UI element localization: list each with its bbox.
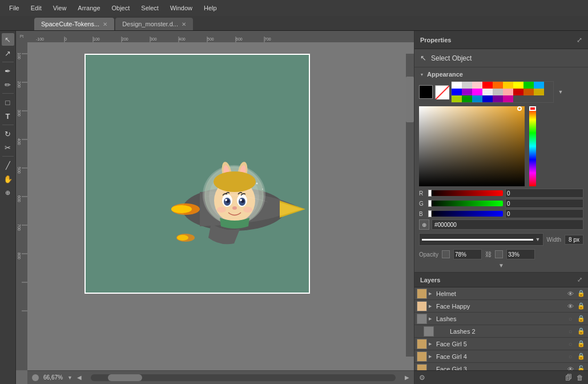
layer-row-lashes[interactable]: Lashes ○ 🔒	[414, 313, 588, 325]
swatch-pink[interactable]	[503, 89, 513, 95]
menu-help[interactable]: Help	[199, 2, 221, 14]
layer-lock-lashes[interactable]: 🔒	[577, 314, 586, 323]
swatch-green[interactable]	[523, 82, 534, 89]
layers-expand-button[interactable]: ⤢	[577, 276, 582, 283]
layer-eye-lashes2[interactable]: ○	[566, 327, 575, 336]
stroke-selector[interactable]: ▼	[419, 233, 543, 246]
layer-eye-facegirl3[interactable]: 👁	[566, 365, 575, 371]
tool-hand[interactable]: ✋	[2, 173, 14, 185]
swatch-more-button[interactable]: ▼	[556, 87, 565, 97]
layer-lock-helmet[interactable]: 🔒	[577, 289, 586, 298]
swatch-darkorange[interactable]	[523, 89, 534, 95]
tool-line[interactable]: ╱	[2, 159, 14, 171]
layer-row-facegirl5[interactable]: Face Girl 5 ○ 🔒	[414, 338, 588, 350]
scroll-right[interactable]: ▶	[405, 374, 409, 381]
swatch-sky-blue[interactable]	[534, 82, 544, 89]
tab-2[interactable]: Design_monster.d... ✕	[115, 18, 193, 30]
swatch-white[interactable]	[452, 82, 462, 89]
layer-expand-lashes[interactable]	[429, 316, 434, 321]
layer-lock-face-happy[interactable]: 🔒	[577, 302, 586, 311]
hex-input[interactable]: #000000	[432, 219, 583, 230]
opacity-input[interactable]: 78%	[453, 249, 482, 259]
layers-settings-button[interactable]: ⚙	[419, 374, 425, 382]
swatch-bright-yellow[interactable]	[513, 82, 523, 89]
tab-2-close[interactable]: ✕	[182, 21, 186, 27]
appearance-collapse-icon[interactable]	[419, 71, 425, 77]
layer-row-helmet[interactable]: Helmet 👁 🔒	[414, 287, 588, 300]
canvas-scrollbar-vertical[interactable]	[406, 54, 414, 357]
swatch-red[interactable]	[482, 82, 493, 89]
tool-zoom[interactable]: ⊕	[2, 186, 14, 199]
color-gradient-picker[interactable]	[419, 106, 525, 186]
swatch-offwhite[interactable]	[482, 89, 493, 95]
layer-row-lashes2[interactable]: Lashes 2 ○ 🔒	[414, 325, 588, 338]
swatch-darkpurple[interactable]	[493, 95, 503, 102]
g-slider-track[interactable]	[428, 201, 503, 206]
layer-eye-lashes[interactable]: ○	[566, 314, 575, 323]
layer-row-facegirl4[interactable]: Face Girl 4 ○ 🔒	[414, 350, 588, 363]
tool-scissors[interactable]: ✂	[2, 141, 14, 154]
canvas-content[interactable]	[27, 42, 414, 370]
width-value[interactable]: 8 px	[565, 235, 583, 245]
r-input[interactable]: 0	[505, 189, 583, 198]
tab-1[interactable]: SpaceCute-Tokens... ✕	[34, 18, 114, 30]
swatch-darkblue[interactable]	[482, 95, 493, 102]
swatch-magenta[interactable]	[472, 89, 482, 95]
opacity-checkbox-2[interactable]	[495, 250, 503, 258]
stroke-swatch[interactable]	[435, 85, 449, 99]
properties-expand-button[interactable]: ⤢	[577, 36, 582, 44]
layer-lock-lashes2[interactable]: 🔒	[577, 327, 586, 336]
layer-expand-face-happy[interactable]	[429, 303, 434, 309]
menu-object[interactable]: Object	[107, 2, 135, 14]
swatch-lightgray[interactable]	[462, 82, 472, 89]
zoom-dropdown[interactable]: ▼	[67, 375, 73, 381]
opacity-checkbox[interactable]	[442, 250, 450, 258]
layer-lock-facegirl4[interactable]: 🔒	[577, 352, 586, 361]
swatch-lime[interactable]	[452, 95, 462, 102]
b-input[interactable]: 0	[505, 209, 583, 218]
swatch-lightred[interactable]	[472, 82, 482, 89]
swatch-orange[interactable]	[493, 82, 503, 89]
r-slider-track[interactable]	[428, 190, 503, 196]
layer-lock-facegirl3[interactable]: 🔓	[577, 365, 586, 371]
eyedropper-button[interactable]: ⊕	[419, 219, 429, 230]
layer-eye-helmet[interactable]: 👁	[566, 289, 575, 298]
swatch-yellow[interactable]	[503, 82, 513, 89]
tool-rect[interactable]: □	[2, 96, 14, 109]
hue-bar[interactable]	[529, 106, 536, 186]
tab-1-close[interactable]: ✕	[103, 21, 107, 27]
g-input[interactable]: 0	[505, 199, 583, 208]
menu-edit[interactable]: Edit	[26, 2, 46, 14]
tool-pen[interactable]: ✒	[2, 65, 14, 77]
layer-eye-facegirl5[interactable]: ○	[566, 339, 575, 349]
menu-arrange[interactable]: Arrange	[73, 2, 104, 14]
swatch-darkgreen[interactable]	[462, 95, 472, 102]
menu-window[interactable]: Window	[166, 2, 197, 14]
swatch-gray[interactable]	[493, 89, 503, 95]
horizontal-scrollbar[interactable]	[91, 374, 396, 381]
swatch-darkyellow[interactable]	[534, 89, 544, 95]
swatch-darkblue2[interactable]	[472, 95, 482, 102]
layer-expand-helmet[interactable]	[429, 291, 434, 296]
layer-lock-facegirl5[interactable]: 🔒	[577, 339, 586, 349]
tool-text[interactable]: T	[2, 110, 14, 122]
layer-expand-facegirl5[interactable]	[429, 341, 434, 346]
layers-new-button[interactable]: 🗐	[565, 374, 572, 382]
layer-expand-facegirl4[interactable]	[429, 354, 434, 359]
swatch-darkred[interactable]	[513, 89, 523, 95]
layers-delete-button[interactable]: 🗑	[577, 374, 583, 382]
b-slider-track[interactable]	[428, 211, 503, 217]
menu-select[interactable]: Select	[136, 2, 163, 14]
layer-row-facegirl3[interactable]: Face Girl 3 👁 🔓	[414, 363, 588, 370]
layer-eye-facegirl4[interactable]: ○	[566, 352, 575, 361]
menu-file[interactable]: File	[5, 2, 24, 14]
scrollbar-thumb-vertical[interactable]	[406, 77, 414, 122]
tool-rotate[interactable]: ↻	[2, 127, 14, 140]
swatch-blue[interactable]	[452, 89, 462, 95]
tool-direct-select[interactable]: ↗	[2, 47, 14, 59]
appearance-expand-button[interactable]: ▼	[498, 262, 504, 269]
opacity-input-2[interactable]: 33%	[506, 249, 535, 259]
tool-pencil[interactable]: ✏	[2, 78, 14, 91]
layer-eye-face-happy[interactable]: 👁	[566, 302, 575, 311]
layer-row-face-happy[interactable]: Face Happy 👁 🔒	[414, 300, 588, 313]
